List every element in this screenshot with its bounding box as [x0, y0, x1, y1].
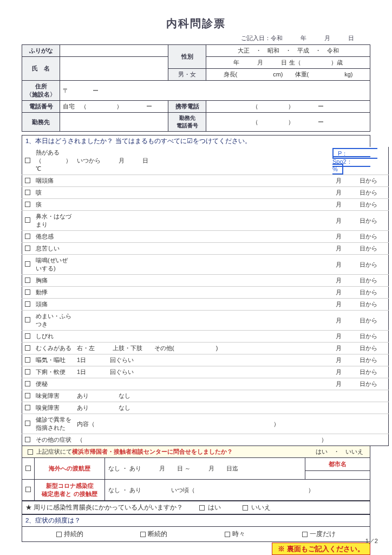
- symptom-row: 喘鳴(ぜいぜいする)月 日から: [22, 255, 389, 275]
- era-line[interactable]: 大正 ・ 昭和 ・ 平成 ・ 令和: [206, 45, 370, 57]
- symptom-extra[interactable]: （ ）: [74, 434, 330, 446]
- vital-box[interactable]: P： Spo2： %: [332, 148, 377, 175]
- checkbox[interactable]: [25, 301, 30, 307]
- q2-option[interactable]: 断続的: [140, 530, 167, 538]
- symptom-date[interactable]: 月 日から: [330, 311, 389, 331]
- overseas-field[interactable]: なし ・ あり 月 日 ～ 月 日迄: [105, 458, 305, 480]
- checkbox[interactable]: [243, 505, 248, 511]
- symptom-extra[interactable]: [74, 211, 330, 231]
- symptom-row: 鼻水・はなづまり月 日から: [22, 211, 389, 231]
- symptom-extra[interactable]: 右・左 上肢・下肢 その他( ): [74, 343, 330, 354]
- checkbox[interactable]: [25, 217, 30, 223]
- personal-info-table: ふりがな 性別 大正 ・ 昭和 ・ 平成 ・ 令和 氏 名 年 月 日 生（ ）…: [22, 44, 370, 132]
- symptom-extra[interactable]: あり なし: [74, 402, 330, 414]
- checkbox[interactable]: [25, 393, 30, 398]
- city-field[interactable]: [305, 471, 370, 480]
- symptom-extra[interactable]: 1日 回ぐらい: [74, 366, 330, 378]
- checkbox[interactable]: [25, 246, 30, 251]
- checkbox[interactable]: [25, 357, 30, 363]
- checkbox[interactable]: [25, 190, 30, 195]
- covid-contact-field[interactable]: なし ・ あり いつ頃（ ）: [105, 480, 370, 501]
- symptom-date[interactable]: [330, 434, 389, 446]
- symptom-date[interactable]: [330, 390, 389, 402]
- symptom-date[interactable]: 月 日から: [330, 231, 389, 243]
- home-phone-field[interactable]: 自宅 （ ） ー: [60, 101, 168, 113]
- symptom-date[interactable]: 月 日から: [330, 255, 389, 275]
- symptom-extra[interactable]: 1日 回ぐらい: [74, 354, 330, 366]
- q2-option[interactable]: 持続的: [56, 530, 83, 538]
- symptom-extra[interactable]: いつから 月 日: [74, 147, 330, 175]
- symptom-extra[interactable]: [74, 299, 330, 311]
- symptom-extra[interactable]: [74, 275, 330, 287]
- checkbox[interactable]: [25, 333, 30, 339]
- phone-label: 電話番号: [22, 101, 60, 113]
- q2-option[interactable]: 時々: [225, 530, 245, 538]
- checkbox[interactable]: [25, 261, 30, 267]
- checkbox[interactable]: [302, 532, 308, 537]
- symptom-row: 下痢・軟便1日 回ぐらい月 日から: [22, 366, 389, 378]
- symptom-date[interactable]: 月 日から: [330, 331, 389, 343]
- work-phone-field[interactable]: （ ） ー: [206, 113, 370, 132]
- checkbox[interactable]: [25, 202, 30, 207]
- checkbox[interactable]: [25, 289, 30, 295]
- dob-line[interactable]: 年 月 日 生（ ）歳: [206, 57, 370, 69]
- height-weight[interactable]: 身長( cm) 体重( kg): [206, 69, 370, 81]
- q1b-opts[interactable]: はい ・ いいえ: [316, 448, 368, 456]
- symptom-date[interactable]: 月 日から: [330, 354, 389, 366]
- symptom-extra[interactable]: [74, 331, 330, 343]
- symptom-extra[interactable]: [74, 255, 330, 275]
- symptom-extra[interactable]: [74, 287, 330, 299]
- symptom-date[interactable]: 月 日から: [330, 187, 389, 199]
- symptom-date[interactable]: 月 日から: [330, 378, 389, 390]
- checkbox[interactable]: [25, 381, 30, 386]
- checkbox[interactable]: [25, 487, 31, 492]
- address-field[interactable]: 〒 ー: [60, 81, 370, 101]
- city-label: 都市名: [305, 458, 370, 471]
- work-field[interactable]: [60, 113, 168, 132]
- checkbox[interactable]: [25, 178, 30, 183]
- symptom-extra[interactable]: [74, 243, 330, 255]
- furigana-field[interactable]: [60, 45, 168, 57]
- checkbox[interactable]: [25, 278, 30, 283]
- checkbox[interactable]: [25, 421, 30, 426]
- symptom-date[interactable]: 月 日から: [330, 199, 389, 211]
- symptom-date[interactable]: 月 日から: [330, 211, 389, 231]
- checkbox[interactable]: [25, 158, 30, 163]
- name-field[interactable]: [60, 57, 168, 81]
- symptom-extra[interactable]: あり なし: [74, 390, 330, 402]
- gender-opts[interactable]: 男・女: [168, 69, 206, 81]
- symptom-date[interactable]: 月 日から: [330, 175, 389, 187]
- checkbox[interactable]: [25, 317, 30, 322]
- checkbox[interactable]: [56, 532, 62, 537]
- q2-option[interactable]: 一度だけ: [302, 530, 336, 538]
- symptom-date[interactable]: 月 日から: [330, 275, 389, 287]
- symptom-extra[interactable]: [74, 187, 330, 199]
- checkbox[interactable]: [25, 437, 30, 442]
- symptom-date[interactable]: 月 日から: [330, 366, 389, 378]
- checkbox[interactable]: [25, 234, 30, 239]
- symptom-extra[interactable]: 内容（ ）: [74, 414, 330, 434]
- symptom-extra[interactable]: [74, 231, 330, 243]
- checkbox[interactable]: [25, 466, 31, 471]
- symptom-date[interactable]: P： Spo2： %: [330, 147, 389, 175]
- symptom-date[interactable]: 月 日から: [330, 343, 389, 354]
- mobile-field[interactable]: （ ） ー: [206, 101, 370, 113]
- checkbox[interactable]: [25, 405, 30, 410]
- symptom-date[interactable]: 月 日から: [330, 243, 389, 255]
- symptom-extra[interactable]: [74, 311, 330, 331]
- checkbox[interactable]: [199, 505, 205, 511]
- checkbox[interactable]: [225, 532, 230, 537]
- symptom-extra[interactable]: [74, 199, 330, 211]
- symptom-date[interactable]: 月 日から: [330, 299, 389, 311]
- checkbox[interactable]: [25, 369, 30, 375]
- symptom-extra[interactable]: [74, 378, 330, 390]
- checkbox[interactable]: [28, 449, 33, 455]
- checkbox[interactable]: [25, 345, 30, 351]
- symptom-date[interactable]: [330, 402, 389, 414]
- symptom-label: 咽頭痛: [33, 175, 74, 187]
- symptom-date[interactable]: [330, 414, 389, 434]
- symptom-extra[interactable]: [74, 175, 330, 187]
- symptom-label: 嗅覚障害: [33, 402, 74, 414]
- checkbox[interactable]: [140, 532, 146, 537]
- symptom-date[interactable]: 月 日から: [330, 287, 389, 299]
